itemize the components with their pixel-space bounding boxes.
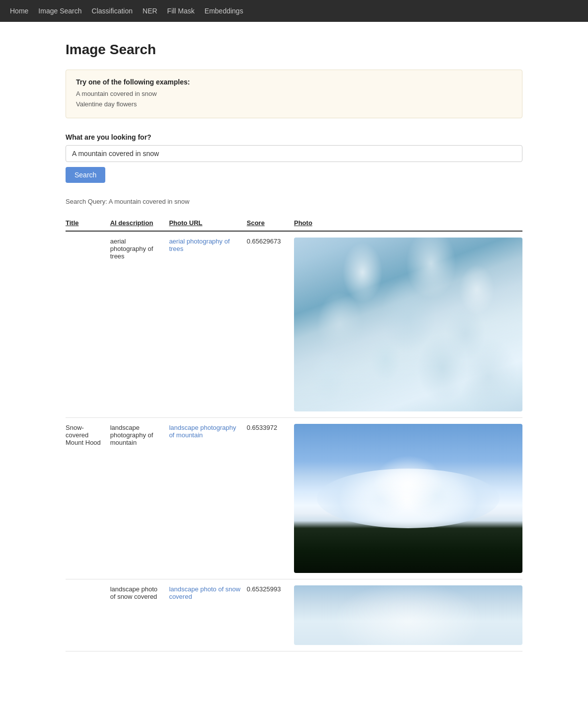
table-row: landscape photo of snow covered landscap… — [66, 579, 522, 651]
col-header-ai: AI description — [110, 215, 169, 231]
row2-photo-link[interactable]: landscape photography of mountain — [169, 424, 236, 439]
col-header-photo: Photo — [294, 215, 522, 231]
row1-title — [66, 231, 110, 418]
nav-embeddings[interactable]: Embeddings — [205, 5, 243, 17]
row1-image — [294, 238, 522, 411]
example-text: A mountain covered in snow Valentine day… — [76, 89, 512, 110]
row3-image — [294, 585, 522, 645]
main-content: Image Search Try one of the following ex… — [56, 22, 532, 671]
col-header-score: Score — [247, 215, 294, 231]
row2-photo — [294, 424, 522, 573]
nav-fill-mask[interactable]: Fill Mask — [167, 5, 195, 17]
example-heading: Try one of the following examples: — [76, 78, 190, 86]
table-row: Snow-covered Mount Hood landscape photog… — [66, 417, 522, 579]
query-text: Search Query: A mountain covered in snow — [66, 198, 189, 205]
row2-ai-description: landscape photography of mountain — [110, 417, 169, 579]
search-button[interactable]: Search — [66, 167, 105, 183]
search-label: What are you looking for? — [66, 133, 522, 141]
row3-title — [66, 579, 110, 651]
col-header-url: Photo URL — [169, 215, 246, 231]
query-display: Search Query: A mountain covered in snow — [66, 198, 522, 205]
example-1: A mountain covered in snow — [76, 90, 157, 97]
row2-photo-cell — [294, 417, 522, 579]
row1-score: 0.65629673 — [247, 231, 294, 418]
nav-ner[interactable]: NER — [143, 5, 157, 17]
row3-photo-link[interactable]: landscape photo of snow covered — [169, 585, 240, 600]
row1-ai-description: aerial photography of trees — [110, 231, 169, 418]
nav-home[interactable]: Home — [10, 5, 28, 17]
table-header-row: Title AI description Photo URL Score Pho… — [66, 215, 522, 231]
row1-photo-link[interactable]: aerial photography of trees — [169, 238, 229, 252]
nav-classification[interactable]: Classification — [92, 5, 133, 17]
row2-score: 0.6533972 — [247, 417, 294, 579]
table-row: aerial photography of trees aerial photo… — [66, 231, 522, 418]
search-form: What are you looking for? Search — [66, 133, 522, 183]
nav-image-search[interactable]: Image Search — [38, 5, 81, 17]
row3-ai-description: landscape photo of snow covered — [110, 579, 169, 651]
row3-photo-url: landscape photo of snow covered — [169, 579, 246, 651]
row3-photo-cell — [294, 579, 522, 651]
example-2: Valentine day flowers — [76, 100, 137, 108]
row3-photo — [294, 585, 522, 645]
results-table: Title AI description Photo URL Score Pho… — [66, 215, 522, 651]
row2-image — [294, 424, 522, 573]
row2-photo-url: landscape photography of mountain — [169, 417, 246, 579]
search-input[interactable] — [66, 145, 522, 162]
navigation: Home Image Search Classification NER Fil… — [0, 0, 588, 22]
row3-score: 0.65325993 — [247, 579, 294, 651]
example-box: Try one of the following examples: A mou… — [66, 70, 522, 118]
page-title: Image Search — [66, 42, 522, 58]
row1-photo-cell — [294, 231, 522, 418]
row1-photo — [294, 238, 522, 411]
col-header-title: Title — [66, 215, 110, 231]
row1-photo-url: aerial photography of trees — [169, 231, 246, 418]
row2-title: Snow-covered Mount Hood — [66, 417, 110, 579]
